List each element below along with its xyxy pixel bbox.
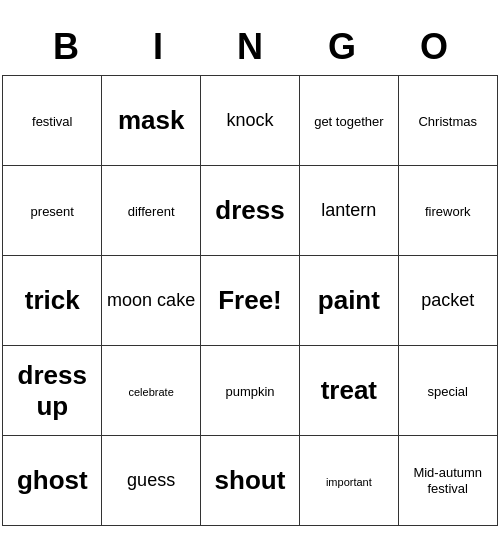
- grid-cell-3-4: special: [398, 346, 497, 436]
- grid-cell-4-2: shout: [201, 436, 300, 526]
- cell-text-4-3: important: [326, 476, 372, 489]
- cell-text-2-2: Free!: [218, 285, 282, 316]
- grid-cell-3-0: dress up: [3, 346, 102, 436]
- cell-text-0-1: mask: [118, 105, 185, 136]
- cell-text-0-4: Christmas: [418, 114, 477, 130]
- grid-cell-0-2: knock: [201, 76, 300, 166]
- cell-text-1-4: firework: [425, 204, 471, 220]
- cell-text-1-3: lantern: [321, 200, 376, 222]
- grid-row-2: trickmoon cakeFree!paintpacket: [3, 256, 497, 346]
- cell-text-1-2: dress: [215, 195, 284, 226]
- grid-cell-1-3: lantern: [299, 166, 398, 256]
- bingo-header: BINGO: [20, 18, 480, 76]
- cell-text-4-2: shout: [215, 465, 286, 496]
- cell-text-3-3: treat: [321, 375, 377, 406]
- cell-text-3-2: pumpkin: [225, 384, 274, 400]
- cell-text-4-1: guess: [127, 470, 175, 492]
- grid-cell-3-3: treat: [299, 346, 398, 436]
- grid-row-1: presentdifferentdresslanternfirework: [3, 166, 497, 256]
- grid-cell-4-3: important: [299, 436, 398, 526]
- grid-cell-0-0: festival: [3, 76, 102, 166]
- grid-cell-2-4: packet: [398, 256, 497, 346]
- header-letter-n: N: [204, 18, 296, 76]
- grid-row-4: ghostguessshoutimportantMid-autumn festi…: [3, 436, 497, 526]
- cell-text-2-3: paint: [318, 285, 380, 316]
- cell-text-2-4: packet: [421, 290, 474, 312]
- grid-cell-2-2: Free!: [201, 256, 300, 346]
- grid-row-3: dress upcelebratepumpkintreatspecial: [3, 346, 497, 436]
- grid-cell-4-4: Mid-autumn festival: [398, 436, 497, 526]
- grid-cell-1-0: present: [3, 166, 102, 256]
- cell-text-0-2: knock: [226, 110, 273, 132]
- bingo-grid: festivalmaskknockget togetherChristmaspr…: [2, 76, 497, 527]
- grid-cell-2-3: paint: [299, 256, 398, 346]
- cell-text-0-3: get together: [314, 114, 383, 130]
- grid-cell-1-4: firework: [398, 166, 497, 256]
- grid-cell-2-1: moon cake: [102, 256, 201, 346]
- cell-text-3-0: dress up: [7, 360, 97, 422]
- cell-text-1-1: different: [128, 204, 175, 220]
- header-letter-o: O: [388, 18, 480, 76]
- grid-cell-3-1: celebrate: [102, 346, 201, 436]
- grid-cell-1-1: different: [102, 166, 201, 256]
- grid-row-0: festivalmaskknockget togetherChristmas: [3, 76, 497, 166]
- header-letter-i: I: [112, 18, 204, 76]
- cell-text-3-4: special: [427, 384, 467, 400]
- grid-cell-2-0: trick: [3, 256, 102, 346]
- cell-text-1-0: present: [31, 204, 74, 220]
- header-letter-g: G: [296, 18, 388, 76]
- grid-cell-4-0: ghost: [3, 436, 102, 526]
- cell-text-4-4: Mid-autumn festival: [403, 465, 493, 496]
- cell-text-2-0: trick: [25, 285, 80, 316]
- cell-text-4-0: ghost: [17, 465, 88, 496]
- grid-cell-0-3: get together: [299, 76, 398, 166]
- grid-cell-3-2: pumpkin: [201, 346, 300, 436]
- grid-cell-0-4: Christmas: [398, 76, 497, 166]
- header-letter-b: B: [20, 18, 112, 76]
- cell-text-2-1: moon cake: [107, 290, 195, 312]
- grid-cell-4-1: guess: [102, 436, 201, 526]
- grid-cell-1-2: dress: [201, 166, 300, 256]
- cell-text-3-1: celebrate: [129, 386, 174, 399]
- grid-cell-0-1: mask: [102, 76, 201, 166]
- cell-text-0-0: festival: [32, 114, 72, 130]
